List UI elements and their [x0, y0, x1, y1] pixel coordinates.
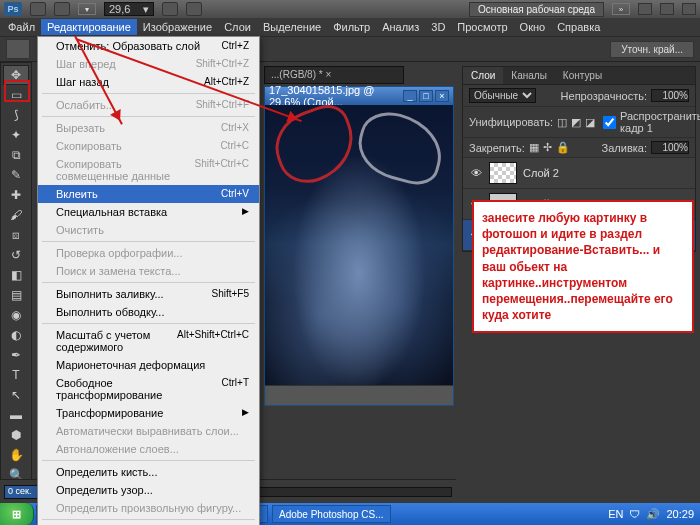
document-tab[interactable]: ...(RGB/8) * ×: [264, 66, 404, 84]
wand-tool[interactable]: ✦: [3, 125, 29, 145]
blend-mode-select[interactable]: Обычные: [469, 88, 536, 103]
unify-icon[interactable]: ◩: [571, 116, 581, 129]
refine-edge-button[interactable]: Уточн. край...: [610, 41, 694, 58]
menu-item[interactable]: Марионеточная деформация: [38, 356, 259, 374]
document-titlebar[interactable]: 17_304015815.jpg @ 29,6% (Слой... _ □ ×: [265, 87, 453, 105]
taskbar-item[interactable]: Adobe Photoshop CS...: [272, 505, 391, 523]
pen-tool[interactable]: ✒: [3, 345, 29, 365]
unify-icon[interactable]: ◪: [585, 116, 595, 129]
brush-tool[interactable]: 🖌: [3, 205, 29, 225]
menu-3d[interactable]: 3D: [425, 19, 451, 35]
bridge-icon[interactable]: [30, 2, 46, 16]
menu-файл[interactable]: Файл: [2, 19, 41, 35]
clock[interactable]: 20:29: [666, 508, 694, 520]
gradient-tool[interactable]: ▤: [3, 285, 29, 305]
dodge-tool[interactable]: ◐: [3, 325, 29, 345]
menu-окно[interactable]: Окно: [514, 19, 552, 35]
text-tool[interactable]: T: [3, 365, 29, 385]
panel-tab[interactable]: Слои: [463, 67, 503, 84]
edit-menu-dropdown: Отменить: Образовать слойCtrl+ZШаг впере…: [37, 36, 260, 525]
healing-tool[interactable]: ✚: [3, 185, 29, 205]
canvas[interactable]: [265, 105, 453, 385]
menu-item[interactable]: Свободное трансформированиеCtrl+T: [38, 374, 259, 404]
menu-item[interactable]: Определить кисть...: [38, 463, 259, 481]
doc-close-button[interactable]: ×: [435, 90, 449, 102]
screenmode-dropdown[interactable]: ▾: [78, 3, 96, 15]
menu-изображение[interactable]: Изображение: [137, 19, 218, 35]
menu-анализ[interactable]: Анализ: [376, 19, 425, 35]
panel-tab[interactable]: Каналы: [503, 67, 555, 84]
instruction-note: занесите любую картинку в фотошоп и идит…: [472, 200, 694, 333]
doc-minimize-button[interactable]: _: [403, 90, 417, 102]
menu-фильтр[interactable]: Фильтр: [327, 19, 376, 35]
stamp-tool[interactable]: ⧇: [3, 225, 29, 245]
propagate-label: Распространить кадр 1: [620, 110, 700, 134]
menu-item: Поиск и замена текста...: [38, 262, 259, 280]
menu-item[interactable]: Выполнить заливку...Shift+F5: [38, 285, 259, 303]
menu-справка[interactable]: Справка: [551, 19, 606, 35]
close-button[interactable]: [682, 3, 696, 15]
zoom-field[interactable]: 29,6▾: [104, 2, 154, 16]
history-brush-tool[interactable]: ↺: [3, 245, 29, 265]
tray-icon[interactable]: 🔊: [646, 508, 660, 521]
menu-item[interactable]: Выполнить обводку...: [38, 303, 259, 321]
doc-maximize-button[interactable]: □: [419, 90, 433, 102]
minibridge-icon[interactable]: [54, 2, 70, 16]
fill-field[interactable]: [651, 141, 689, 154]
shape-tool[interactable]: ▬: [3, 405, 29, 425]
layer-row[interactable]: 👁Слой 2: [463, 158, 695, 189]
lang-indicator[interactable]: EN: [608, 508, 623, 520]
visibility-icon[interactable]: 👁: [469, 167, 483, 179]
scrollbar[interactable]: [265, 385, 453, 399]
minimize-button[interactable]: [638, 3, 652, 15]
lock-pixels-icon[interactable]: ▦: [529, 141, 539, 154]
panel-tab[interactable]: Контуры: [555, 67, 610, 84]
hand-tool[interactable]: ✋: [3, 445, 29, 465]
menu-выделение[interactable]: Выделение: [257, 19, 327, 35]
menu-item[interactable]: Определить узор...: [38, 481, 259, 499]
lock-label: Закрепить:: [469, 142, 525, 154]
menu-слои[interactable]: Слои: [218, 19, 257, 35]
start-button[interactable]: ⊞: [0, 503, 34, 525]
layer-name: Слой 2: [523, 167, 559, 179]
opacity-label: Непрозрачность:: [561, 90, 647, 102]
panel-dock: [462, 361, 696, 501]
menu-item[interactable]: Специальная вставка▶: [38, 203, 259, 221]
menu-item[interactable]: Масштаб с учетом содержимогоAlt+Shift+Ct…: [38, 326, 259, 356]
path-tool[interactable]: ↖: [3, 385, 29, 405]
maximize-button[interactable]: [660, 3, 674, 15]
opacity-field[interactable]: [651, 89, 689, 102]
app-titlebar: Ps ▾ 29,6▾ Основная рабочая среда »: [0, 0, 700, 18]
eyedropper-tool[interactable]: ✎: [3, 165, 29, 185]
menu-item: Автоналожение слоев...: [38, 440, 259, 458]
layer-thumbnail: [489, 162, 517, 184]
arrange-icon[interactable]: [162, 2, 178, 16]
system-tray: EN 🛡 🔊 20:29: [602, 508, 700, 521]
menu-item[interactable]: ВклеитьCtrl+V: [38, 185, 259, 203]
eraser-tool[interactable]: ◧: [3, 265, 29, 285]
propagate-checkbox[interactable]: [603, 116, 616, 129]
menu-item[interactable]: Шаг назадAlt+Ctrl+Z: [38, 73, 259, 91]
menu-item: СкопироватьCtrl+C: [38, 137, 259, 155]
crop-tool[interactable]: ⧉: [3, 145, 29, 165]
current-tool-icon[interactable]: [6, 39, 30, 59]
lasso-tool[interactable]: ⟆: [3, 105, 29, 125]
menu-просмотр[interactable]: Просмотр: [451, 19, 513, 35]
blur-tool[interactable]: ◉: [3, 305, 29, 325]
tray-icon[interactable]: 🛡: [629, 508, 640, 520]
unify-icon[interactable]: ◫: [557, 116, 567, 129]
menu-item[interactable]: Трансформирование▶: [38, 404, 259, 422]
menu-item: ВырезатьCtrl+X: [38, 119, 259, 137]
panel-tabs: СлоиКаналыКонтуры: [463, 67, 695, 85]
3d-tool[interactable]: ⬢: [3, 425, 29, 445]
menu-item: Ослабить...Shift+Ctrl+F: [38, 96, 259, 114]
workspace-switcher[interactable]: Основная рабочая среда: [469, 2, 604, 17]
menubar: ФайлРедактированиеИзображениеСлоиВыделен…: [0, 18, 700, 36]
menu-item[interactable]: Отменить: Образовать слойCtrl+Z: [38, 37, 259, 55]
lock-all-icon[interactable]: 🔒: [556, 141, 570, 154]
lock-position-icon[interactable]: ✢: [543, 141, 552, 154]
extras-icon[interactable]: [186, 2, 202, 16]
menu-редактирование[interactable]: Редактирование: [41, 19, 137, 35]
workspace-menu-icon[interactable]: »: [612, 3, 630, 15]
menu-item: Определить произвольную фигуру...: [38, 499, 259, 517]
